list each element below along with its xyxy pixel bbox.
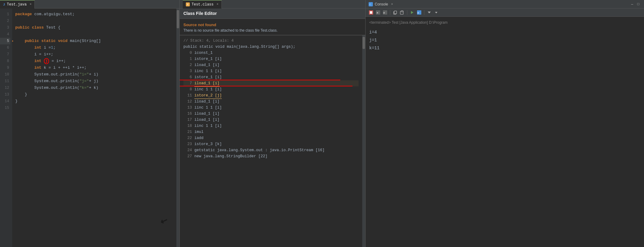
line-num-9: 9 — [0, 64, 10, 71]
class-file-icon: C — [186, 2, 190, 6]
paste-button[interactable] — [399, 9, 405, 16]
console-tab[interactable]: C Console × — [369, 2, 393, 6]
code-line-15 — [15, 105, 177, 111]
code-line-8: int j = i++; — [15, 58, 177, 64]
source-not-found-section: Source not found There is no source file… — [180, 19, 365, 35]
code-line-6: int i = 1; — [15, 44, 177, 51]
source-not-found-title: Source not found — [183, 23, 362, 27]
bc-instr-21: 21 imul — [183, 129, 359, 135]
bc-instr-12: 12 iload_1 [i] — [183, 99, 359, 105]
code-line-11: System.out.println("j=" + j) — [15, 78, 177, 85]
arrow-annotation: ↙ — [159, 217, 168, 225]
line-numbers: 1 2 3 4 5 6 7 8 9 10 11 12 13 14 15 — [0, 9, 12, 247]
svg-text:C: C — [370, 3, 371, 6]
svg-text:⊘: ⊘ — [383, 12, 385, 15]
code-line-10: System.out.println("i=" + i) — [15, 71, 177, 78]
console-output-j: j=1 — [369, 36, 640, 44]
clear-console-button[interactable]: ⊘ — [382, 9, 388, 16]
console-panel: C Console × — □ ✕ — [366, 0, 644, 247]
run-button[interactable] — [409, 9, 415, 16]
line-num-13: 13 — [0, 91, 10, 98]
bc-instr-27: 27 new java.lang.StringBuilder [22] — [183, 153, 359, 159]
bc-instr-17: 17 iload_1 [i] — [183, 117, 359, 123]
line-num-4: 4 — [0, 31, 10, 38]
bc-method-sig: public static void main(java.lang.String… — [183, 44, 359, 50]
console-tab-close[interactable]: × — [391, 2, 393, 6]
console-content: <terminated> Test [Java Application] D:\… — [366, 17, 644, 247]
red-circle-j: j — [44, 58, 49, 64]
svg-rect-3 — [370, 11, 372, 14]
maximize-button[interactable]: □ — [635, 2, 641, 7]
code-area: 1 2 3 4 5 6 7 8 9 10 11 12 13 14 15 pack… — [0, 9, 179, 247]
console-output-i: i=4 — [369, 28, 640, 36]
svg-rect-9 — [394, 11, 397, 14]
bytecode-title-bar: Class File Editor — [180, 9, 365, 19]
svg-text:✕: ✕ — [377, 11, 378, 15]
svg-text:⊡: ⊡ — [417, 12, 419, 15]
copy-button[interactable] — [392, 9, 398, 16]
code-line-12: System.out.println("k=" + k) — [15, 85, 177, 91]
window-controls: — □ — [629, 2, 641, 7]
scroll-down-button[interactable] — [426, 9, 432, 16]
code-line-5: public static void main(String[] — [15, 38, 177, 44]
bytecode-tab-bar: C Test.class × — [180, 0, 365, 9]
bytecode-title: Class File Editor — [183, 11, 217, 16]
minimize-button[interactable]: — — [629, 2, 635, 7]
bytecode-scroll[interactable]: // Stack: 4, Locals: 4 public static voi… — [180, 35, 362, 247]
bc-instr-6: 6 istore_1 [i] — [183, 74, 359, 80]
line-num-14: 14 — [0, 98, 10, 105]
editor-scrollbar[interactable] — [176, 9, 179, 247]
editor-tab-bar: J Test.java × — [0, 0, 179, 9]
bc-instr-8: 8 iinc 1 1 [i] — [183, 86, 359, 92]
line-num-3: 3 — [0, 24, 10, 31]
svg-marker-12 — [411, 11, 413, 14]
editor-tab-label: Test.java — [7, 2, 27, 7]
console-tab-label: Console — [375, 2, 388, 6]
editor-scroll-thumb[interactable] — [177, 10, 179, 28]
console-output-k: k=11 — [369, 44, 640, 52]
bytecode-scrollbar[interactable] — [362, 35, 365, 247]
code-line-4 — [15, 31, 177, 38]
paste-icon — [400, 10, 404, 15]
clear-console-icon: ⊘ — [383, 10, 387, 15]
bc-instr-1: 1 istore_1 [i] — [183, 56, 359, 62]
code-content[interactable]: package com.atguigu.test; public class T… — [12, 9, 179, 247]
line-num-5: 5 — [0, 38, 10, 44]
console-output: i=4 j=1 k=11 — [369, 28, 640, 52]
bytecode-content: // Stack: 4, Locals: 4 public static voi… — [180, 35, 365, 247]
open-console-button[interactable]: ⊡ — [416, 9, 422, 16]
code-line-7: i = i++; — [15, 51, 177, 58]
bc-instr-13: 13 iinc 1 1 [i] — [183, 105, 359, 111]
line-num-11: 11 — [0, 78, 10, 85]
chevron-down-icon — [435, 11, 437, 14]
scroll-down-icon — [427, 10, 431, 15]
console-header: C Console × — □ — [366, 0, 644, 9]
bc-instr-22: 22 iadd — [183, 135, 359, 141]
bc-instr-3: 3 iinc 1 1 [i] — [183, 68, 359, 74]
code-line-13: } — [15, 91, 177, 98]
bc-instr-24: 24 getstatic java.lang.System.out : java… — [183, 147, 359, 153]
console-terminated-text: <terminated> Test [Java Application] D:\… — [369, 19, 640, 26]
kw-package: package — [15, 11, 32, 18]
terminate-icon — [369, 10, 373, 15]
editor-tab-close[interactable]: × — [30, 3, 31, 6]
terminate-button[interactable] — [368, 9, 374, 16]
toolbar-separator-3 — [424, 10, 424, 15]
console-toolbar: ✕ ⊘ — [366, 9, 644, 17]
bytecode-tab-close[interactable]: × — [217, 3, 218, 6]
java-file-icon: J — [3, 3, 5, 6]
bytecode-tab[interactable]: C Test.class × — [183, 0, 222, 9]
dropdown-button[interactable] — [433, 9, 439, 16]
bytecode-scroll-thumb[interactable] — [363, 37, 365, 49]
bc-instr-18: 18 iinc 1 1 [i] — [183, 123, 359, 129]
bc-instr-11-op: istore_2 [j] — [194, 92, 222, 99]
bc-instr-16: 16 iload_1 [i] — [183, 111, 359, 117]
line-num-1: 1 — [0, 11, 10, 18]
copy-icon — [393, 10, 397, 15]
editor-tab-java[interactable]: J Test.java × — [0, 0, 35, 9]
code-line-14: } — [15, 98, 177, 105]
kw-int-line6: int — [34, 44, 41, 51]
remove-launch-icon: ✕ — [376, 10, 380, 15]
line-num-15: 15 — [0, 105, 10, 111]
remove-launch-button[interactable]: ✕ — [375, 9, 381, 16]
